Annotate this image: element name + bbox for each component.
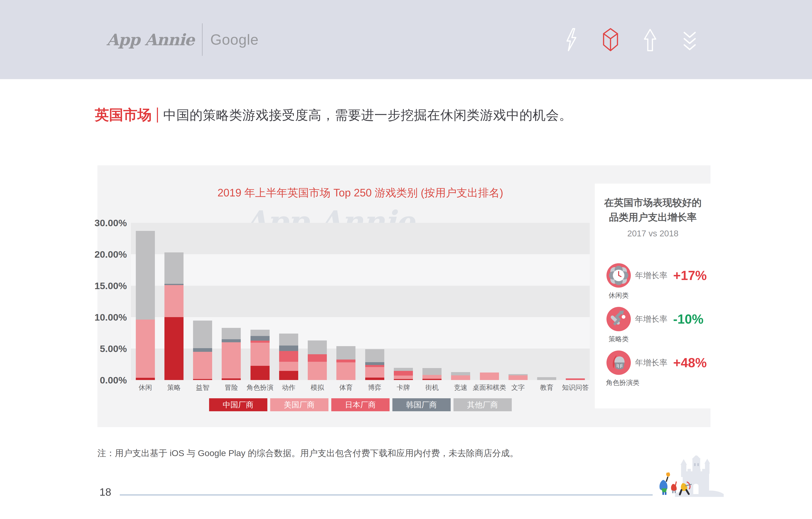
bar-segment	[394, 368, 413, 371]
stacked-bar	[337, 223, 355, 380]
category-label: 体育	[339, 383, 353, 392]
bar-column: 街机	[418, 223, 446, 380]
growth-label: 年增长率	[635, 357, 667, 368]
growth-right: 年增长率 -10%	[635, 306, 703, 332]
bar-segment	[423, 379, 441, 380]
bar-segment	[279, 345, 298, 351]
bar-segment	[251, 366, 269, 380]
bar-segment	[537, 377, 556, 380]
bar-segment	[423, 375, 441, 379]
bar-segment	[308, 354, 327, 362]
stacked-bar	[451, 223, 470, 380]
bar-segment	[136, 378, 155, 380]
category-label: 动作	[282, 383, 295, 392]
category-label: 教育	[540, 383, 553, 392]
lightning-icon	[561, 27, 581, 52]
page-number: 18	[99, 486, 111, 498]
category-label: 休闲	[139, 383, 152, 392]
bar-segment	[451, 375, 470, 380]
bar-column: 知识问答	[561, 223, 590, 380]
category-label: 模拟	[311, 383, 324, 392]
growth-label: 年增长率	[635, 270, 667, 281]
stacked-bar	[279, 223, 298, 380]
category-label: 角色扮演	[246, 383, 273, 392]
double-chevron-down-icon	[680, 27, 699, 52]
growth-value: +48%	[673, 355, 707, 370]
arrow-up-icon	[640, 27, 660, 52]
bar-column: 文字	[504, 223, 532, 380]
y-tick-label: 15.00%	[95, 280, 127, 292]
chart-legend: 中国厂商美国厂商日本厂商韩国厂商其他厂商	[131, 398, 590, 411]
bar-column: 休闲	[131, 223, 160, 380]
bar-segment	[222, 328, 241, 339]
bar-segment	[365, 367, 384, 377]
bar-segment	[279, 362, 298, 371]
page-title-market: 英国市场	[95, 105, 152, 125]
bar-segment	[423, 368, 441, 375]
page-title-divider	[157, 108, 158, 123]
legend-item: 其他厂商	[454, 398, 512, 411]
category-label: 街机	[425, 383, 439, 392]
bar-column: 博弈	[360, 223, 389, 380]
stacked-bar	[566, 223, 585, 380]
y-tick-label: 10.00%	[95, 312, 127, 323]
bar-segment	[165, 285, 183, 317]
growth-row-casual: 休闲类 年增长率 +17%	[595, 263, 711, 306]
stacked-bar	[509, 223, 528, 380]
bar-segment	[193, 320, 212, 348]
bar-segment	[279, 351, 298, 362]
bar-segment	[337, 346, 355, 360]
growth-category: 角色扮演类	[606, 378, 631, 387]
legend-item: 日本厂商	[331, 398, 389, 411]
growth-card: 在英国市场表现较好的 品类用户支出增长率 2017 vs 2018	[595, 184, 711, 408]
stacked-bar	[423, 223, 441, 380]
category-label: 知识问答	[562, 383, 589, 392]
legend-item: 中国厂商	[209, 398, 267, 411]
bar-segment	[193, 348, 212, 352]
growth-card-title-line1: 在英国市场表现较好的	[595, 195, 711, 210]
growth-right: 年增长率 +48%	[635, 350, 707, 375]
bar-segment	[279, 371, 298, 380]
app-annie-logo: App Annie	[107, 30, 194, 49]
casual-clock-icon	[606, 263, 631, 288]
bar-column: 卡牌	[389, 223, 417, 380]
bar-segment	[165, 284, 183, 285]
bar-segment	[308, 362, 327, 380]
plot-area: 30.00%20.00%15.00%10.00%5.00%0.00% 休闲策略益…	[131, 223, 590, 380]
bar-column: 冒险	[217, 223, 245, 380]
bar-column: 策略	[160, 223, 188, 380]
gem-cube-icon	[601, 27, 620, 52]
bar-segment	[394, 375, 413, 379]
rpg-helmet-icon	[606, 350, 631, 375]
growth-row-strategy: 策略类 年增长率 -10%	[595, 306, 711, 350]
bar-column: 角色扮演	[245, 223, 274, 380]
legend-item: 美国厂商	[270, 398, 328, 411]
bar-segment	[136, 319, 155, 378]
bar-segment	[279, 334, 298, 345]
bar-segment	[222, 339, 241, 342]
bar-segment	[365, 365, 384, 367]
growth-icon-wrap: 休闲类	[606, 263, 631, 300]
y-axis: 30.00%20.00%15.00%10.00%5.00%0.00%	[37, 223, 127, 380]
bars-container: 休闲策略益智冒险角色扮演动作模拟体育博弈卡牌街机竞速桌面和棋类文字教育知识问答	[131, 223, 590, 380]
bar-segment	[566, 378, 585, 380]
bar-segment	[337, 360, 355, 362]
bar-segment	[480, 372, 499, 380]
report-page: App Annie Google 英国市场 中国的策略类游戏接受度高，需要进一	[0, 0, 812, 519]
stacked-bar	[394, 223, 413, 380]
bar-segment	[451, 372, 470, 375]
legend-item: 韩国厂商	[393, 398, 451, 411]
bar-segment	[165, 252, 183, 284]
google-logo: Google	[210, 31, 259, 48]
bar-segment	[193, 379, 212, 380]
bar-column: 竞速	[446, 223, 475, 380]
category-label: 竞速	[454, 383, 467, 392]
footnote: 注：用户支出基于 iOS 与 Google Play 的综合数据。用户支出包含付…	[97, 447, 519, 459]
bar-segment	[251, 330, 269, 336]
bar-segment	[365, 377, 384, 380]
bar-column: 体育	[332, 223, 360, 380]
growth-value: +17%	[673, 268, 707, 283]
growth-label: 年增长率	[635, 313, 667, 325]
bar-segment	[136, 231, 155, 319]
bar-segment	[394, 371, 413, 375]
